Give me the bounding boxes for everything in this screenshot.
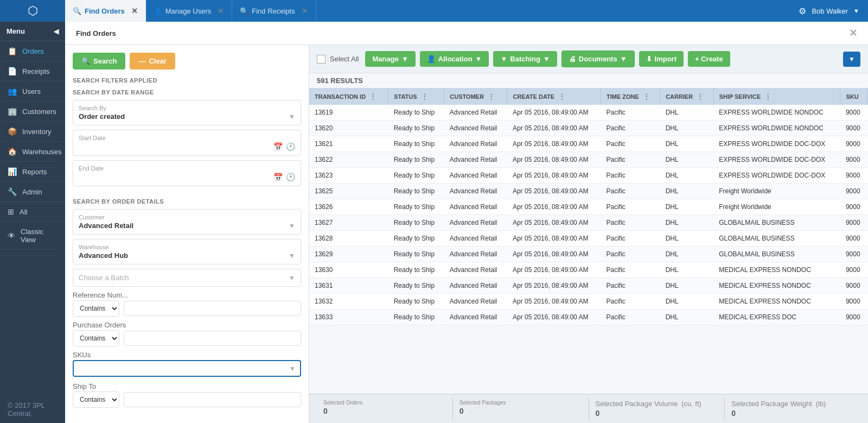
- search-by-select[interactable]: Order created: [79, 112, 295, 121]
- tab-find-receipts[interactable]: 🔍 Find Receipts ✕: [232, 0, 316, 22]
- cell-create-date: Apr 05 2016, 08:49:00 AM: [507, 310, 601, 325]
- sidebar-collapse-icon[interactable]: ◀: [54, 28, 59, 35]
- table-row[interactable]: 13623 Ready to Ship Advanced Retail Apr …: [309, 168, 868, 184]
- sidebar-item-warehouses[interactable]: 🏠 Warehouses: [0, 142, 65, 162]
- cell-carrier: DHL: [660, 199, 714, 215]
- table-row[interactable]: 13620 Ready to Ship Advanced Retail Apr …: [309, 121, 868, 136]
- col-menu-icon[interactable]: ⋮: [488, 92, 495, 100]
- search-button[interactable]: 🔍 Search: [73, 53, 125, 70]
- skus-label: SKUs: [73, 351, 301, 359]
- col-menu-icon[interactable]: ⋮: [421, 92, 428, 100]
- table-row[interactable]: 13633 Ready to Ship Advanced Retail Apr …: [309, 310, 868, 325]
- purchase-filter-select[interactable]: Contains: [73, 330, 119, 346]
- start-date-calendar-icon[interactable]: 📅: [273, 142, 283, 151]
- table-row[interactable]: 13631 Ready to Ship Advanced Retail Apr …: [309, 278, 868, 294]
- customer-select[interactable]: Advanced Retail: [79, 222, 295, 230]
- sku-dropdown-icon[interactable]: ▼: [289, 365, 296, 373]
- sidebar-item-inventory[interactable]: 📦 Inventory: [0, 122, 65, 142]
- sidebar-toggle[interactable]: Menu ◀: [0, 22, 65, 41]
- sku-input[interactable]: [78, 364, 289, 373]
- allocation-button[interactable]: 👤 Allocation ▼: [420, 51, 489, 67]
- table-wrapper[interactable]: TRANSACTION ID ⋮ STATUS ⋮ CUSTOMER ⋮ CRE…: [309, 88, 868, 394]
- col-menu-icon[interactable]: ⋮: [643, 92, 650, 100]
- selected-orders-value: 0: [323, 407, 446, 415]
- cell-customer: Advanced Retail: [444, 247, 507, 262]
- warehouse-select[interactable]: Advanced Hub: [79, 251, 295, 260]
- col-menu-icon[interactable]: ⋮: [369, 92, 376, 100]
- cell-customer: Advanced Retail: [444, 262, 507, 278]
- col-menu-icon[interactable]: ⋮: [558, 92, 565, 100]
- import-button[interactable]: ⬇ Import: [639, 51, 684, 67]
- user-dropdown-icon[interactable]: ▼: [853, 8, 859, 14]
- manage-users-tab-close[interactable]: ✕: [218, 7, 224, 15]
- table-row[interactable]: 13619 Ready to Ship Advanced Retail Apr …: [309, 105, 868, 121]
- col-ship-service[interactable]: SHIP SERVICE ⋮: [713, 88, 840, 105]
- table-row[interactable]: 13626 Ready to Ship Advanced Retail Apr …: [309, 199, 868, 215]
- sidebar-item-admin[interactable]: 🔧 Admin: [0, 182, 65, 202]
- end-date-calendar-icon[interactable]: 📅: [273, 173, 283, 181]
- table-row[interactable]: 13629 Ready to Ship Advanced Retail Apr …: [309, 247, 868, 262]
- col-customer[interactable]: CUSTOMER ⋮: [444, 88, 507, 105]
- documents-button[interactable]: 🖨 Documents ▼: [561, 50, 635, 67]
- col-create-date[interactable]: CREATE DATE ⋮: [507, 88, 601, 105]
- sidebar-item-all[interactable]: ⊞ All: [0, 202, 65, 222]
- selected-volume-value: 0: [596, 409, 718, 418]
- sidebar-item-customers-label: Customers: [22, 108, 56, 116]
- select-all-checkbox[interactable]: [317, 55, 326, 64]
- col-menu-icon[interactable]: ⋮: [764, 92, 771, 100]
- find-receipts-tab-close[interactable]: ✕: [302, 7, 308, 15]
- col-status[interactable]: STATUS ⋮: [388, 88, 444, 105]
- col-menu-icon[interactable]: ⋮: [697, 92, 704, 100]
- col-timezone[interactable]: TIME ZONE ⋮: [601, 88, 660, 105]
- users-icon: 👥: [8, 87, 17, 96]
- cell-carrier: DHL: [660, 278, 714, 294]
- col-sku[interactable]: SKU: [840, 88, 868, 105]
- cell-status: Ready to Ship: [388, 278, 444, 294]
- reference-input[interactable]: [124, 301, 301, 316]
- end-date-label: End Date: [79, 165, 295, 172]
- documents-dropdown-icon: ▼: [620, 55, 627, 63]
- logo-area: ⬡: [0, 0, 65, 22]
- sidebar-item-classic-view[interactable]: 👁 Classic View: [0, 222, 65, 250]
- inner-layout: 🔍 Search — Clear SEARCH FILTERS APPLIED …: [65, 45, 868, 423]
- sidebar-item-orders[interactable]: 📋 Orders: [0, 41, 65, 61]
- table-row[interactable]: 13632 Ready to Ship Advanced Retail Apr …: [309, 294, 868, 310]
- clear-button[interactable]: — Clear: [130, 53, 175, 70]
- col-transaction-id[interactable]: TRANSACTION ID ⋮: [309, 88, 388, 105]
- sidebar-copyright: © 2017 3PL Central,: [0, 396, 65, 423]
- end-date-input[interactable]: [79, 173, 270, 181]
- tab-find-orders[interactable]: 🔍 Find Orders ✕: [65, 0, 146, 22]
- gear-icon[interactable]: ⚙: [799, 6, 806, 16]
- create-button[interactable]: + Create: [688, 51, 730, 67]
- dropdown-button[interactable]: ▼: [843, 52, 860, 67]
- table-row[interactable]: 13628 Ready to Ship Advanced Retail Apr …: [309, 231, 868, 247]
- user-name[interactable]: Bob Walker: [812, 7, 848, 15]
- batch-select[interactable]: Choose a Batch: [79, 274, 295, 282]
- table-row[interactable]: 13627 Ready to Ship Advanced Retail Apr …: [309, 215, 868, 231]
- start-date-input[interactable]: [79, 143, 270, 151]
- col-carrier[interactable]: CARRIER ⋮: [660, 88, 714, 105]
- find-orders-tab-close[interactable]: ✕: [131, 7, 138, 15]
- ship-to-input[interactable]: [124, 392, 301, 407]
- table-row[interactable]: 13621 Ready to Ship Advanced Retail Apr …: [309, 136, 868, 152]
- bottom-bar: Selected Orders 0 Selected Packages 0 Se…: [309, 394, 868, 423]
- start-date-time-icon[interactable]: 🕐: [286, 142, 295, 151]
- table-row[interactable]: 13622 Ready to Ship Advanced Retail Apr …: [309, 152, 868, 168]
- end-date-time-icon[interactable]: 🕐: [286, 173, 295, 181]
- cell-ship-service: EXPRESS WORLDWIDE NONDOC: [713, 105, 840, 121]
- table-row[interactable]: 13625 Ready to Ship Advanced Retail Apr …: [309, 184, 868, 199]
- tab-manage-users[interactable]: 👤 Manage Users ✕: [146, 0, 233, 22]
- sidebar-item-customers[interactable]: 🏢 Customers: [0, 102, 65, 122]
- reference-filter-select[interactable]: Contains: [73, 300, 119, 317]
- page-close-icon[interactable]: ✕: [849, 27, 857, 39]
- ship-to-filter-select[interactable]: Contains: [73, 392, 119, 408]
- sidebar-item-reports[interactable]: 📊 Reports: [0, 162, 65, 182]
- purchase-input[interactable]: [124, 331, 301, 346]
- table-row[interactable]: 13630 Ready to Ship Advanced Retail Apr …: [309, 262, 868, 278]
- batching-button[interactable]: ▼ Batching ▼: [493, 51, 557, 67]
- sidebar-item-receipts[interactable]: 📄 Receipts: [0, 61, 65, 81]
- manage-button[interactable]: Manage ▼: [365, 51, 415, 67]
- sidebar-item-users[interactable]: 👥 Users: [0, 81, 65, 102]
- classic-view-icon: 👁: [8, 231, 15, 240]
- cell-status: Ready to Ship: [388, 105, 444, 121]
